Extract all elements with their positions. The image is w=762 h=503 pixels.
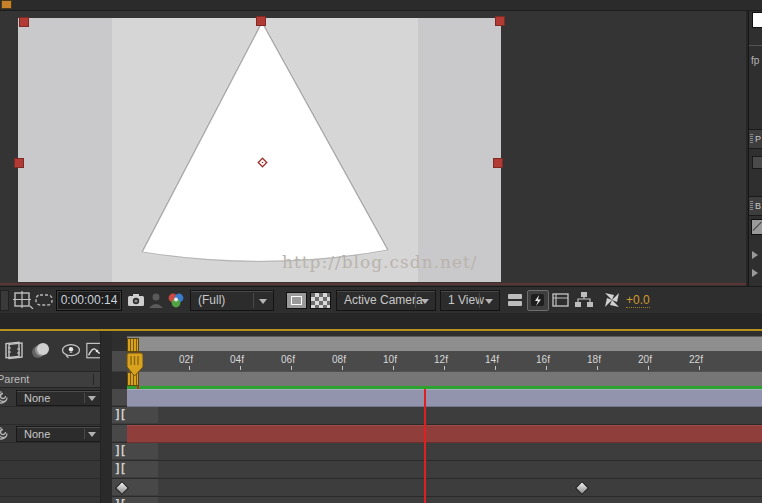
ruler-tick: [699, 366, 700, 370]
time-ruler[interactable]: 0f02f04f06f08f10f12f14f16f18f20f22f: [112, 351, 762, 372]
work-area-bar[interactable]: [127, 371, 762, 387]
triangle-shape-layer[interactable]: [18, 18, 501, 282]
composition-canvas[interactable]: http://blog.csdn.net/: [18, 18, 501, 282]
selection-handle-mid-left[interactable]: [14, 158, 24, 168]
eyedropper-button[interactable]: [751, 219, 762, 235]
fps-label: fp: [751, 55, 759, 66]
grid-guide-options-button[interactable]: [12, 291, 34, 309]
chevron-down-icon: [88, 396, 96, 401]
watermark: http://blog.csdn.net/: [282, 252, 478, 272]
layer-duration-bar[interactable]: [127, 425, 762, 443]
brainstorm-icon[interactable]: [60, 339, 82, 363]
ruler-label: 20f: [638, 354, 652, 365]
swatch-white[interactable]: [752, 12, 762, 28]
parent-dropdown-value: None: [24, 391, 50, 405]
anchor-point-icon[interactable]: [257, 157, 268, 168]
top-strip: [0, 0, 762, 11]
view-value: Active Camera: [344, 291, 423, 309]
in-out-marker[interactable]: ][: [114, 462, 124, 476]
ruler-label: 02f: [179, 354, 193, 365]
pick-whip-icon[interactable]: [0, 427, 8, 440]
track-row[interactable]: ][: [112, 461, 762, 479]
panel-header-1-label: P: [755, 134, 761, 144]
magnification-button-clipped[interactable]: [0, 290, 9, 311]
track-row[interactable]: ][: [112, 407, 762, 425]
in-out-marker[interactable]: ][: [114, 408, 124, 422]
disclosure-triangle-icon[interactable]: [752, 251, 758, 259]
ruler-label: 18f: [587, 354, 601, 365]
layer-outline-row[interactable]: [0, 497, 100, 503]
region-of-interest-button[interactable]: [286, 292, 307, 309]
selection-handle-top-center[interactable]: [256, 16, 266, 26]
panel-header-1[interactable]: P: [749, 129, 762, 149]
show-channel-icon[interactable]: [166, 291, 186, 309]
track-row[interactable]: [112, 479, 762, 497]
divider: [749, 45, 762, 46]
exposure-value[interactable]: +0.0: [626, 293, 650, 308]
panel-header-2-label: B: [755, 201, 761, 211]
parent-dropdown-value: None: [24, 427, 50, 441]
selection-handle-mid-right[interactable]: [493, 158, 503, 168]
current-time-field[interactable]: 0:00:00:14: [56, 290, 122, 311]
in-out-marker[interactable]: ][: [114, 498, 124, 503]
pick-whip-icon[interactable]: [0, 391, 8, 404]
track-rows: ][][][][: [112, 389, 762, 503]
playhead-handle[interactable]: [126, 352, 143, 377]
view-dropdown[interactable]: Active Camera: [336, 290, 436, 311]
navigator-start-handle[interactable]: [127, 338, 139, 352]
layer-outline-row[interactable]: [0, 461, 100, 479]
selection-handle-top-left[interactable]: [19, 17, 29, 27]
share-view-icon[interactable]: [506, 292, 524, 308]
layer-outline-row[interactable]: [0, 443, 100, 461]
view-layout-dropdown[interactable]: 1 View: [440, 290, 500, 311]
parent-dropdown[interactable]: None: [16, 390, 101, 406]
in-out-marker[interactable]: ][: [114, 444, 124, 458]
panel-header-2[interactable]: B: [749, 196, 762, 216]
layer-outline-row[interactable]: [0, 407, 100, 425]
fast-previews-button[interactable]: [527, 290, 549, 311]
frame-blending-icon[interactable]: [3, 339, 25, 363]
keyframe-diamond[interactable]: [575, 481, 589, 495]
ruler-tick: [597, 366, 598, 370]
timeline-panel-icon[interactable]: [551, 292, 570, 308]
layer-outline-row[interactable]: None: [0, 425, 100, 443]
timeline-toggle-buttons: [0, 331, 100, 371]
ruler-label: 04f: [230, 354, 244, 365]
exposure-shutter-icon[interactable]: [602, 290, 622, 310]
snapshot-camera-icon[interactable]: [126, 291, 146, 309]
layer-duration-bar[interactable]: [127, 389, 762, 407]
ruler-tick: [393, 366, 394, 370]
keyframe-diamond[interactable]: [115, 481, 129, 495]
panel-button[interactable]: [752, 156, 762, 169]
layer-outline-row[interactable]: [0, 479, 100, 497]
ruler-label: 22f: [689, 354, 703, 365]
track-row[interactable]: [112, 389, 762, 407]
disclosure-triangle-icon[interactable]: [752, 269, 758, 277]
track-row[interactable]: ][: [112, 443, 762, 461]
track-row[interactable]: [112, 425, 762, 443]
transparency-grid-button[interactable]: [310, 292, 331, 309]
ruler-tick: [444, 366, 445, 370]
layer-outline-row[interactable]: None: [0, 389, 100, 407]
viewer-toolbar: 0:00:00:14 (Full) Active Camera: [0, 286, 762, 314]
chevron-down-icon: [421, 299, 429, 304]
after-effects-app: http://blog.csdn.net/ fp P B: [0, 0, 762, 503]
resolution-dropdown[interactable]: (Full): [190, 290, 274, 311]
panel-grip-icon: [750, 134, 753, 144]
timeline-panel: Parent NoneNone 0f02f04f06f08f10f12f14f1…: [0, 331, 762, 503]
motion-blur-icon[interactable]: [30, 339, 52, 363]
time-marker-line[interactable]: [424, 389, 426, 503]
tool-icon-fragment: [1, 0, 12, 9]
time-navigator-bar[interactable]: [127, 336, 762, 352]
ruler-tick: [495, 366, 496, 370]
ruler-tick: [648, 366, 649, 370]
show-snapshot-icon[interactable]: [148, 291, 164, 309]
track-row[interactable]: ][: [112, 497, 762, 503]
selection-handle-top-right[interactable]: [495, 16, 505, 26]
chevron-down-icon: [88, 432, 96, 437]
mask-visibility-button[interactable]: [34, 291, 54, 309]
ruler-tick: [240, 366, 241, 370]
flowchart-icon[interactable]: [574, 291, 594, 309]
parent-column-header[interactable]: Parent: [0, 371, 100, 388]
parent-dropdown[interactable]: None: [16, 426, 101, 442]
